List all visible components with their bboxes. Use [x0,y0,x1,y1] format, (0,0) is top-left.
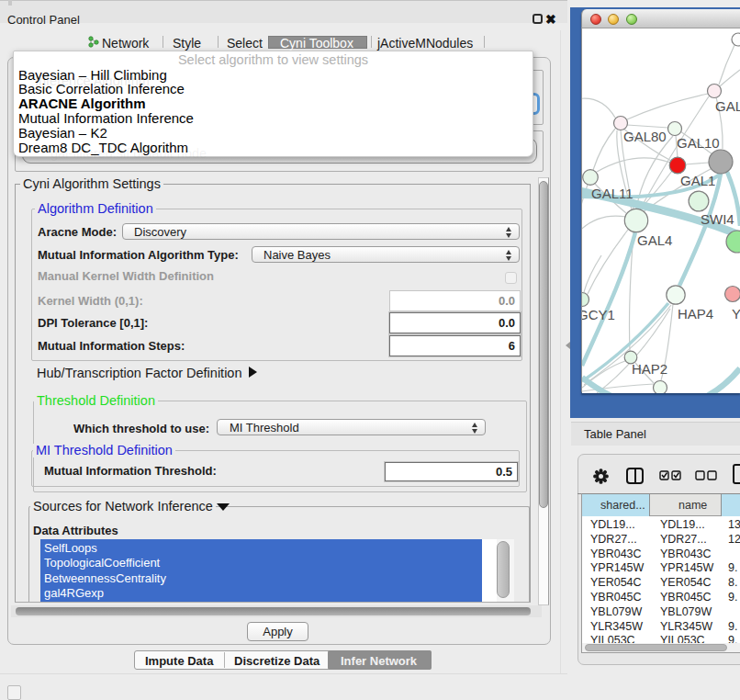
svg-text:HAP2: HAP2 [632,361,667,377]
svg-text:GCY1: GCY1 [582,307,615,322]
svg-text:SWI4: SWI4 [701,211,734,227]
svg-text:GAL80: GAL80 [623,129,667,144]
svg-text:Y: Y [732,306,740,322]
svg-text:GAL7: GAL7 [715,98,740,114]
svg-text:GAL11: GAL11 [591,186,633,201]
svg-text:GAL10: GAL10 [677,135,720,151]
svg-text:HAP4: HAP4 [678,306,713,322]
svg-text:GAL4: GAL4 [637,232,672,248]
svg-text:GAL1: GAL1 [680,173,715,188]
